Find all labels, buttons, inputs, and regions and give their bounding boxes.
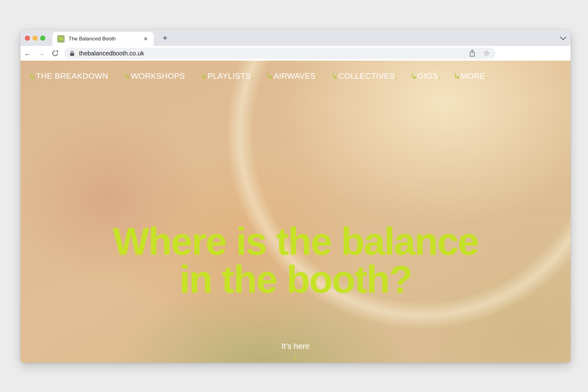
browser-toolbar: ← → thebalancedbooth.co.uk bbox=[21, 46, 571, 61]
corner-arrow-icon: ↳ bbox=[29, 71, 36, 81]
tab-title: The Balanced Booth bbox=[69, 36, 142, 42]
window-controls bbox=[25, 30, 45, 46]
nav-item-collectives[interactable]: ↳ COLLECTIVES . bbox=[331, 71, 398, 81]
corner-arrow-icon: ↳ bbox=[454, 71, 461, 81]
corner-arrow-icon: ↳ bbox=[410, 71, 417, 81]
new-tab-button[interactable]: + bbox=[159, 30, 171, 46]
corner-arrow-icon: ↳ bbox=[331, 71, 338, 81]
close-window-button[interactable] bbox=[25, 36, 30, 41]
bookmark-star-icon[interactable]: ☆ bbox=[483, 50, 490, 57]
site-favicon: Bb bbox=[57, 35, 65, 43]
chevron-down-icon bbox=[560, 34, 566, 40]
minimize-window-button[interactable] bbox=[32, 36, 38, 41]
lock-icon[interactable] bbox=[70, 51, 75, 56]
desktop-background: Bb The Balanced Booth × + ← → bbox=[0, 0, 588, 392]
reload-icon bbox=[52, 50, 58, 57]
corner-arrow-icon: ↳ bbox=[124, 71, 131, 81]
nav-item-more[interactable]: ↳ MORE . bbox=[454, 71, 488, 81]
corner-arrow-icon: ↳ bbox=[266, 71, 273, 81]
scroll-cta: It’s here ↓ bbox=[21, 341, 571, 361]
address-bar[interactable]: thebalancedbooth.co.uk ☆ bbox=[64, 48, 496, 59]
scroll-down-arrow-icon[interactable]: ↓ bbox=[21, 352, 571, 361]
tab-overview-button[interactable] bbox=[557, 30, 569, 46]
reload-icon[interactable] bbox=[50, 48, 60, 58]
nav-item-gigs[interactable]: ↳ GIGS . bbox=[410, 71, 441, 81]
nav-item-playlists[interactable]: ↳ PLAYLISTS . bbox=[200, 71, 253, 81]
close-tab-icon[interactable]: × bbox=[142, 35, 149, 43]
browser-window: Bb The Balanced Booth × + ← → bbox=[21, 30, 571, 363]
forward-icon[interactable]: → bbox=[36, 48, 47, 58]
zoom-window-button[interactable] bbox=[40, 36, 45, 41]
nav-item-workshops[interactable]: ↳ WORKSHOPS . bbox=[124, 71, 187, 81]
nav-item-the-breakdown[interactable]: ↳ THE BREAKDOWN . bbox=[29, 71, 111, 81]
cta-label: It’s here bbox=[281, 341, 310, 351]
share-icon[interactable] bbox=[469, 50, 475, 57]
back-icon[interactable]: ← bbox=[22, 48, 33, 58]
hero-heading: Where is the balancein the booth? bbox=[21, 223, 571, 298]
nav-item-airwaves[interactable]: ↳ AIRWAVES . bbox=[266, 71, 318, 81]
browser-tab[interactable]: Bb The Balanced Booth × bbox=[52, 32, 154, 46]
webpage-hero: ↳ THE BREAKDOWN . ↳ WORKSHOPS . ↳ PLAYLI… bbox=[21, 61, 571, 363]
tab-strip: Bb The Balanced Booth × + bbox=[21, 30, 571, 46]
url-text: thebalancedbooth.co.uk bbox=[79, 50, 469, 57]
site-navigation: ↳ THE BREAKDOWN . ↳ WORKSHOPS . ↳ PLAYLI… bbox=[21, 61, 571, 81]
corner-arrow-icon: ↳ bbox=[200, 71, 207, 81]
